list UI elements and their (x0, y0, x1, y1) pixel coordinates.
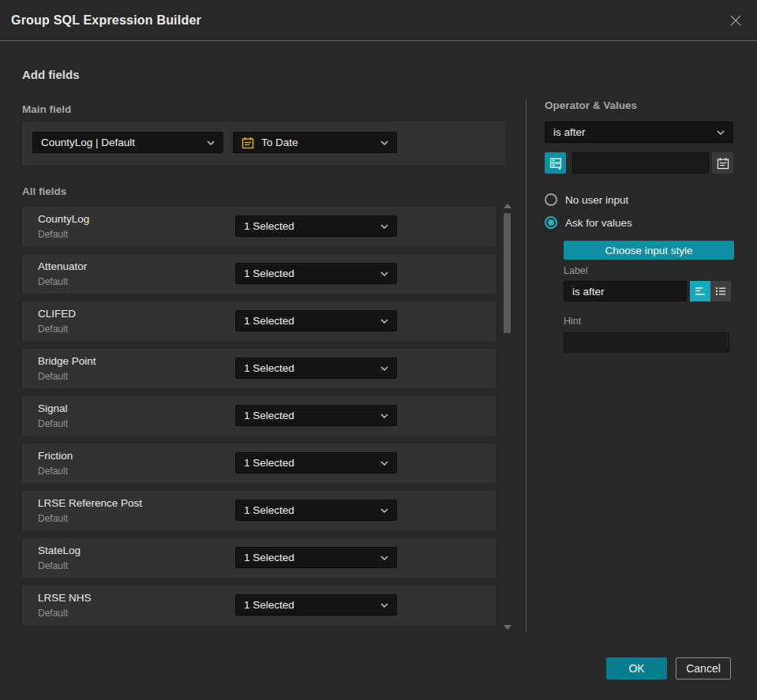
main-field-date-select[interactable]: To Date (233, 132, 397, 153)
chevron-down-icon (207, 140, 215, 145)
field-row-lrse-nhs: LRSE NHS Default 1 Selected (22, 586, 496, 625)
field-row-bridge-point: Bridge Point Default 1 Selected (22, 349, 496, 388)
field-selected-dropdown[interactable]: 1 Selected (235, 452, 397, 474)
choose-input-style-button[interactable]: Choose input style (564, 241, 734, 260)
group-sql-expression-builder-dialog: Group SQL Expression Builder Add fields … (0, 0, 757, 700)
main-field-panel: CountyLog | Default To Date (22, 122, 505, 165)
radio-ask-for-values-label: Ask for values (565, 217, 632, 229)
dialog-titlebar: Group SQL Expression Builder (0, 0, 757, 41)
field-row-friction: Friction Default 1 Selected (22, 444, 496, 483)
radio-no-user-input-label: No user input (565, 194, 628, 206)
value-input[interactable] (572, 152, 709, 174)
chevron-down-icon (380, 508, 388, 513)
operator-select[interactable]: is after (545, 122, 733, 143)
all-fields-list: CountyLog Default 1 Selected Attenuator … (22, 207, 496, 633)
main-field-label: Main field (22, 103, 71, 115)
ok-button[interactable]: OK (606, 657, 667, 679)
radio-selected-icon (545, 216, 557, 229)
selected-count: 1 Selected (244, 268, 374, 279)
field-selected-dropdown[interactable]: 1 Selected (235, 405, 397, 426)
label-field-title: Label (564, 265, 588, 276)
field-selected-dropdown[interactable]: 1 Selected (235, 215, 397, 237)
cancel-button[interactable]: Cancel (676, 657, 731, 679)
calendar-icon (242, 137, 254, 149)
value-entry-row (545, 152, 733, 174)
main-field-select[interactable]: CountyLog | Default (32, 132, 223, 153)
field-row-attenuator: Attenuator Default 1 Selected (22, 254, 496, 294)
field-selected-dropdown[interactable]: 1 Selected (235, 500, 397, 521)
scroll-down-icon[interactable] (504, 625, 512, 630)
hint-field-title: Hint (564, 316, 581, 327)
unique-values-icon[interactable] (545, 152, 566, 174)
field-selected-dropdown[interactable]: 1 Selected (235, 594, 397, 616)
chevron-down-icon (380, 414, 388, 418)
panel-divider (526, 99, 527, 632)
field-row-countylog: CountyLog Default 1 Selected (22, 207, 496, 246)
chevron-down-icon (380, 603, 388, 608)
field-selected-dropdown[interactable]: 1 Selected (235, 547, 397, 568)
selected-count: 1 Selected (244, 362, 374, 374)
all-fields-label: All fields (22, 185, 66, 197)
selected-count: 1 Selected (244, 457, 374, 469)
field-selected-dropdown[interactable]: 1 Selected (235, 310, 397, 331)
field-row-signal: Signal Default 1 Selected (22, 396, 496, 436)
selected-count: 1 Selected (244, 410, 374, 421)
operator-values-label: Operator & Values (545, 99, 637, 111)
field-row-clifed: CLIFED Default 1 Selected (22, 301, 496, 341)
hint-input[interactable] (564, 332, 729, 353)
label-input[interactable] (564, 281, 687, 301)
calendar-icon[interactable] (712, 152, 733, 174)
field-selected-dropdown[interactable]: 1 Selected (235, 357, 397, 379)
field-row-lrse-reference-post: LRSE Reference Post Default 1 Selected (22, 491, 496, 530)
field-selected-dropdown[interactable]: 1 Selected (235, 263, 397, 284)
main-field-select-value: CountyLog | Default (41, 137, 200, 148)
chevron-down-icon (380, 224, 388, 229)
chevron-down-icon (380, 556, 388, 560)
main-field-date-value: To Date (261, 137, 374, 148)
selected-count: 1 Selected (244, 599, 374, 611)
chevron-down-icon (380, 366, 388, 371)
chevron-down-icon (380, 271, 388, 276)
chevron-down-icon (380, 140, 388, 145)
single-line-input-icon[interactable] (690, 281, 710, 301)
selected-count: 1 Selected (244, 220, 374, 232)
chevron-down-icon (380, 461, 388, 466)
add-fields-heading: Add fields (22, 68, 80, 81)
radio-icon (545, 193, 557, 206)
selected-count: 1 Selected (244, 552, 374, 563)
close-icon[interactable] (727, 12, 744, 29)
dialog-title: Group SQL Expression Builder (11, 13, 201, 28)
chevron-down-icon (717, 130, 725, 135)
scroll-up-icon[interactable] (504, 204, 512, 208)
fields-list-scrollbar[interactable] (500, 202, 515, 631)
scrollbar-thumb[interactable] (504, 213, 511, 333)
selected-count: 1 Selected (244, 504, 374, 516)
chevron-down-icon (380, 319, 388, 324)
radio-ask-for-values[interactable]: Ask for values (545, 216, 632, 229)
operator-select-value: is after (553, 126, 710, 138)
list-values-icon[interactable] (710, 281, 731, 301)
radio-no-user-input[interactable]: No user input (545, 193, 628, 206)
selected-count: 1 Selected (244, 315, 374, 327)
field-row-statelog: StateLog Default 1 Selected (22, 538, 496, 578)
